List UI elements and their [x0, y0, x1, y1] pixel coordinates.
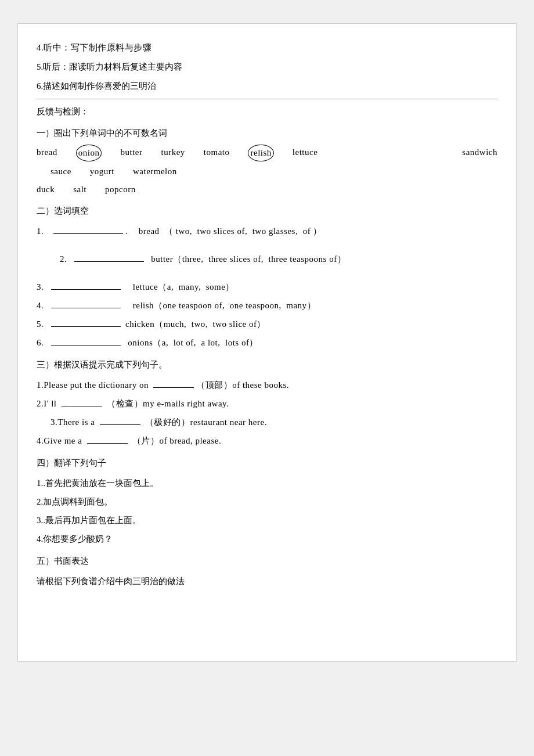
blank-3-4[interactable]: [87, 435, 128, 444]
section5-desc: 请根据下列食谱介绍牛肉三明治的做法: [37, 573, 497, 590]
header-item-5: 5.听后：跟读听力材料后复述主要内容: [37, 59, 497, 75]
blank-2-3[interactable]: [51, 281, 121, 290]
words-row-1: bread onion butter turkey tomato relish …: [37, 145, 497, 161]
blank-2-2[interactable]: [74, 253, 144, 262]
exercise3-item4: 4.Give me a （片）of bread, please.: [37, 432, 497, 449]
word-lettuce: lettuce: [293, 145, 317, 161]
exercise4-item1: 1..首先把黄油放在一块面包上。: [37, 474, 497, 492]
exercise2-item6: 6. onions（a, lot of, a lot, lots of）: [37, 334, 497, 351]
word-tomato: tomato: [204, 145, 230, 161]
blank-2-4[interactable]: [51, 300, 121, 308]
word-relish: relish: [248, 145, 273, 161]
exercise2-item2: 2. butter（three, three slices of, three …: [60, 250, 497, 268]
page-container: 4.听中：写下制作原料与步骤 5.听后：跟读听力材料后复述主要内容 6.描述如何…: [17, 23, 517, 662]
blank-2-1[interactable]: [53, 225, 123, 234]
section2-title: 二）选词填空: [37, 203, 497, 219]
word-sauce: sauce: [50, 164, 71, 179]
exercise2-item3: 3. lettuce（a, many, some）: [37, 278, 497, 296]
exercise3-item2: 2.I' ll （检查）my e-mails right away.: [37, 395, 497, 412]
exercise4-item2: 2.加点调料到面包。: [37, 493, 497, 510]
word-bread: bread: [37, 145, 57, 161]
blank-2-6[interactable]: [51, 337, 121, 345]
exercise4-item4: 4.你想要多少酸奶？: [37, 530, 497, 548]
word-turkey: turkey: [161, 145, 185, 161]
blank-3-1[interactable]: [153, 379, 194, 388]
blank-3-3[interactable]: [100, 416, 140, 425]
word-sandwich: sandwich: [462, 145, 497, 161]
word-salt: salt: [73, 182, 86, 197]
exercise2-item5: 5. chicken（much, two, two slice of）: [37, 315, 497, 333]
section4-title: 四）翻译下列句子: [37, 455, 497, 471]
blank-3-2[interactable]: [62, 398, 102, 406]
section3-title: 三）根据汉语提示完成下列句子。: [37, 357, 497, 373]
word-yogurt: yogurt: [90, 164, 114, 179]
feedback-title: 反馈与检测：: [37, 104, 497, 120]
word-butter: butter: [120, 145, 142, 161]
exercise2-item4: 4. relish（one teaspoon of, one teaspoon,…: [37, 297, 497, 314]
word-watermelon: watermelon: [133, 164, 177, 179]
words-row-2: sauce yogurt watermelon: [50, 164, 497, 179]
blank-2-5[interactable]: [51, 318, 121, 327]
section1-title: 一）圈出下列单词中的不可数名词: [37, 125, 497, 141]
exercise4-item3: 3..最后再加片面包在上面。: [37, 512, 497, 529]
section5-title: 五）书面表达: [37, 553, 497, 569]
exercise3-item1: 1.Please put the dictionary on （顶部）of th…: [37, 376, 497, 394]
word-onion: onion: [76, 145, 102, 161]
word-popcorn: popcorn: [105, 182, 136, 197]
word-duck: duck: [37, 182, 55, 197]
header-item-6: 6.描述如何制作你喜爱的三明治: [37, 78, 497, 94]
exercise2-item1: 1. . bread （ two, two slices of, two gla…: [37, 222, 497, 240]
divider: [37, 99, 497, 99]
words-row-3: duck salt popcorn: [37, 182, 497, 197]
exercise3-item3: 3.There is a （极好的）restaurant near here.: [50, 413, 497, 431]
header-item-4: 4.听中：写下制作原料与步骤: [37, 40, 497, 56]
